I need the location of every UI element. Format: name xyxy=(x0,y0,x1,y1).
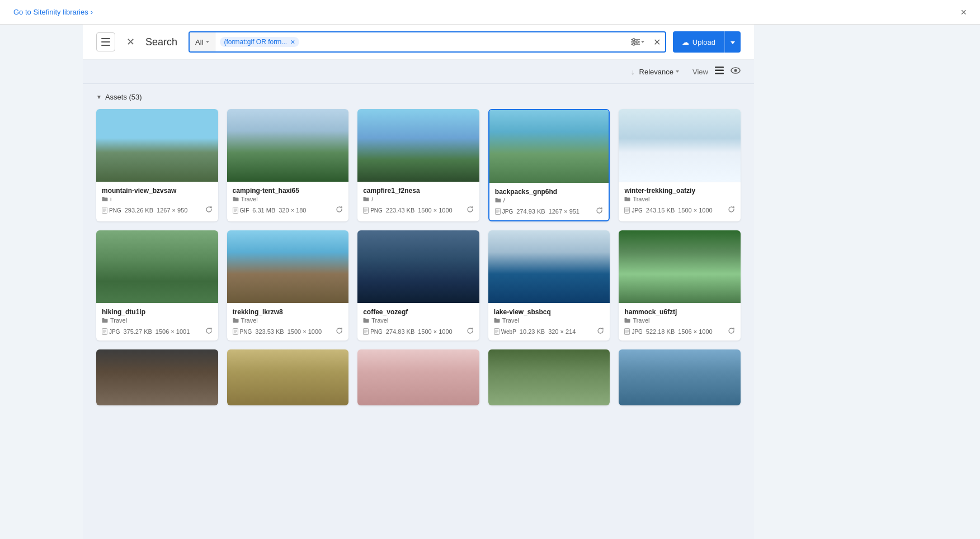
svg-point-5 xyxy=(633,43,635,45)
upload-chevron-icon xyxy=(731,41,735,44)
asset-card[interactable]: camping-tent_haxi65TravelGIF6.31 MB320 ×… xyxy=(227,109,349,221)
asset-name: hiking_dtu1ip xyxy=(102,308,213,316)
asset-card[interactable]: winter-trekking_oafziyTravelJPG243.15 KB… xyxy=(619,109,741,221)
search-tag-text: (format:gif OR form... xyxy=(224,38,288,46)
sort-chevron-icon xyxy=(676,70,679,73)
folder-name: Travel xyxy=(241,317,258,324)
asset-thumbnail xyxy=(489,110,609,183)
folder-name: Travel xyxy=(110,317,127,324)
asset-thumbnail xyxy=(488,349,610,405)
link-arrow: › xyxy=(91,8,93,16)
asset-size: 274.83 KB xyxy=(386,328,414,335)
assets-section: ▼ Assets (53) mountain-view_bzvsawiPNG29… xyxy=(83,84,754,414)
search-input[interactable] xyxy=(299,38,626,46)
asset-action-button[interactable] xyxy=(728,206,735,215)
folder-name: Travel xyxy=(241,196,258,202)
asset-size: 522.18 KB xyxy=(646,328,675,335)
asset-type: WebP xyxy=(501,329,516,335)
folder-name: / xyxy=(371,196,373,202)
upload-main-button[interactable]: ☁ Upload xyxy=(673,31,724,53)
asset-meta: JPG522.18 KB1506 × 1000 xyxy=(624,327,735,336)
asset-card[interactable] xyxy=(227,349,349,405)
asset-size: 274.93 KB xyxy=(516,208,545,215)
asset-card[interactable]: campfire1_f2nesa/PNG223.43 KB1500 × 1000 xyxy=(357,109,479,221)
asset-card[interactable]: mountain-view_bzvsawiPNG293.26 KB1267 × … xyxy=(96,109,218,221)
sort-by-label: Relevance xyxy=(639,68,673,76)
asset-info: backpacks_gnp6hd/JPG274.93 KB1267 × 951 xyxy=(489,183,609,220)
asset-card[interactable]: hammock_u6fztjTravelJPG522.18 KB1506 × 1… xyxy=(619,230,741,341)
asset-thumbnail xyxy=(357,349,479,405)
asset-action-button[interactable] xyxy=(336,206,343,215)
svg-point-10 xyxy=(734,69,737,72)
asset-info: hiking_dtu1ipTravelJPG375.27 KB1506 × 10… xyxy=(96,303,218,341)
asset-card[interactable] xyxy=(488,349,610,405)
asset-dimensions: 1506 × 1001 xyxy=(156,328,190,335)
asset-name: trekking_lkrzw8 xyxy=(233,308,343,316)
hamburger-line xyxy=(101,45,110,46)
sort-dropdown[interactable]: Relevance xyxy=(639,68,679,76)
asset-info: trekking_lkrzw8TravelPNG323.53 KB1500 × … xyxy=(227,303,349,341)
asset-card[interactable]: trekking_lkrzw8TravelPNG323.53 KB1500 × … xyxy=(227,230,349,341)
asset-type: JPG xyxy=(632,207,642,214)
asset-action-button[interactable] xyxy=(596,207,603,216)
asset-action-button[interactable] xyxy=(597,327,604,336)
asset-type: JPG xyxy=(109,329,120,335)
main-panel: ✕ Search All (format:gif OR form... × xyxy=(83,25,754,539)
asset-info: winter-trekking_oafziyTravelJPG243.15 KB… xyxy=(619,182,741,219)
link-text: Go to Sitefinity libraries xyxy=(13,8,88,16)
asset-card[interactable] xyxy=(619,349,741,405)
asset-meta: PNG293.26 KB1267 × 950 xyxy=(102,206,213,215)
asset-type-badge: PNG xyxy=(233,328,252,335)
svg-rect-7 xyxy=(715,70,724,72)
asset-card[interactable] xyxy=(357,349,479,405)
asset-name: hammock_u6fztj xyxy=(624,308,735,316)
asset-action-button[interactable] xyxy=(336,327,343,336)
folder-name: Travel xyxy=(633,196,649,202)
assets-header[interactable]: ▼ Assets (53) xyxy=(96,93,741,101)
search-filter-options-button[interactable] xyxy=(626,38,649,46)
view-list-button[interactable] xyxy=(713,65,726,78)
asset-action-button[interactable] xyxy=(467,206,474,215)
asset-card[interactable] xyxy=(96,349,218,405)
asset-card[interactable]: lake-view_sbsbcqTravelWebP10.23 KB320 × … xyxy=(488,230,610,341)
sitefinity-libraries-link[interactable]: Go to Sitefinity libraries › xyxy=(13,8,93,16)
asset-info: hammock_u6fztjTravelJPG522.18 KB1506 × 1… xyxy=(619,303,741,341)
sort-bar: ↓ Relevance View xyxy=(83,60,754,84)
asset-folder: / xyxy=(495,197,604,204)
search-type-label: All xyxy=(195,38,203,46)
asset-thumbnail xyxy=(619,230,741,303)
asset-size: 243.15 KB xyxy=(646,207,675,214)
top-close-button[interactable]: × xyxy=(960,7,967,17)
search-clear-button[interactable]: ✕ xyxy=(649,37,665,48)
search-tag-remove-button[interactable]: × xyxy=(290,38,295,46)
view-eye-button[interactable] xyxy=(731,67,741,77)
asset-meta: WebP10.23 KB320 × 214 xyxy=(494,327,605,336)
hamburger-line xyxy=(101,38,110,39)
eye-icon xyxy=(731,67,741,74)
toolbar-close-button[interactable]: ✕ xyxy=(122,34,139,50)
asset-card[interactable]: hiking_dtu1ipTravelJPG375.27 KB1506 × 10… xyxy=(96,230,218,341)
asset-card[interactable]: coffee_vozegfTravelPNG274.83 KB1500 × 10… xyxy=(357,230,479,341)
asset-card[interactable]: backpacks_gnp6hd/JPG274.93 KB1267 × 951 xyxy=(488,109,610,221)
content-area: ↓ Relevance View xyxy=(83,60,754,539)
asset-thumbnail xyxy=(357,109,479,182)
asset-type: PNG xyxy=(240,329,252,335)
asset-folder: / xyxy=(363,196,474,202)
asset-folder: Travel xyxy=(233,196,343,202)
asset-action-button[interactable] xyxy=(205,327,213,336)
asset-meta: JPG274.93 KB1267 × 951 xyxy=(495,207,604,216)
asset-type-badge: JPG xyxy=(495,208,513,215)
asset-type: GIF xyxy=(240,207,249,214)
asset-dimensions: 1500 × 1000 xyxy=(418,328,452,335)
hamburger-button[interactable] xyxy=(96,32,115,51)
asset-action-button[interactable] xyxy=(205,206,213,215)
search-type-dropdown[interactable]: All xyxy=(190,32,215,51)
asset-size: 6.31 MB xyxy=(252,207,275,214)
asset-size: 10.23 KB xyxy=(520,328,545,335)
asset-info: coffee_vozegfTravelPNG274.83 KB1500 × 10… xyxy=(357,303,479,341)
sort-direction-icon: ↓ xyxy=(631,68,635,76)
asset-action-button[interactable] xyxy=(728,327,735,336)
asset-action-button[interactable] xyxy=(467,327,474,336)
upload-dropdown-button[interactable] xyxy=(724,31,741,53)
asset-size: 323.53 KB xyxy=(255,328,284,335)
